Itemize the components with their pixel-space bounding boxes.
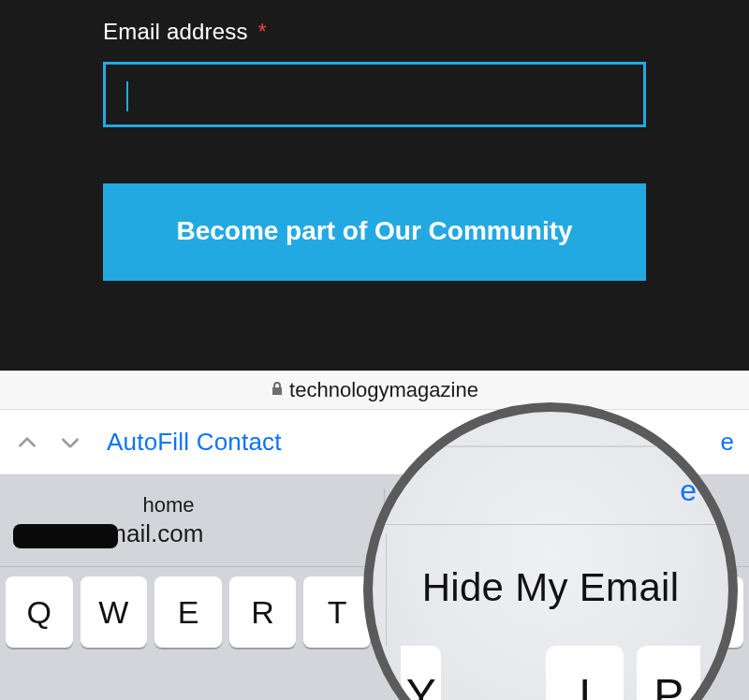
suggestion-label: home [19, 493, 318, 518]
hide-my-email-label[interactable]: Hide My Email [373, 565, 728, 610]
magnifier-h-divider [373, 524, 728, 525]
mag-key-i[interactable]: I [546, 646, 624, 700]
chevron-down-icon[interactable] [58, 430, 82, 455]
email-label: Email address * [103, 0, 646, 45]
text-cursor [126, 81, 128, 111]
chevron-up-icon[interactable] [15, 430, 39, 455]
address-bar[interactable]: technologymagazine [0, 371, 749, 410]
autofill-suggestion-email[interactable]: home u@gmail.com [0, 475, 384, 566]
key-q[interactable]: Q [6, 576, 73, 648]
email-input[interactable] [103, 62, 646, 127]
autofill-contact-button[interactable]: AutoFill Contact [107, 428, 282, 457]
magnifier-key-row: Y I P [373, 646, 728, 700]
required-asterisk: * [258, 19, 268, 44]
key-r[interactable]: R [229, 576, 297, 648]
done-fragment[interactable]: e [721, 428, 734, 457]
key-e[interactable]: E [154, 576, 222, 648]
key-w[interactable]: W [81, 576, 148, 648]
mag-key-y[interactable]: Y [401, 646, 441, 700]
lock-icon [271, 381, 284, 400]
mag-key-p[interactable]: P [637, 646, 700, 700]
redaction-block [13, 524, 118, 548]
email-label-text: Email address [103, 19, 248, 44]
key-t[interactable]: T [303, 576, 371, 648]
submit-button[interactable]: Become part of Our Community [103, 183, 646, 281]
magnifier-done-fragment[interactable]: e [680, 474, 697, 508]
address-bar-domain: technologymagazine [289, 378, 478, 402]
form-section: Email address * Become part of Our Commu… [0, 0, 749, 371]
